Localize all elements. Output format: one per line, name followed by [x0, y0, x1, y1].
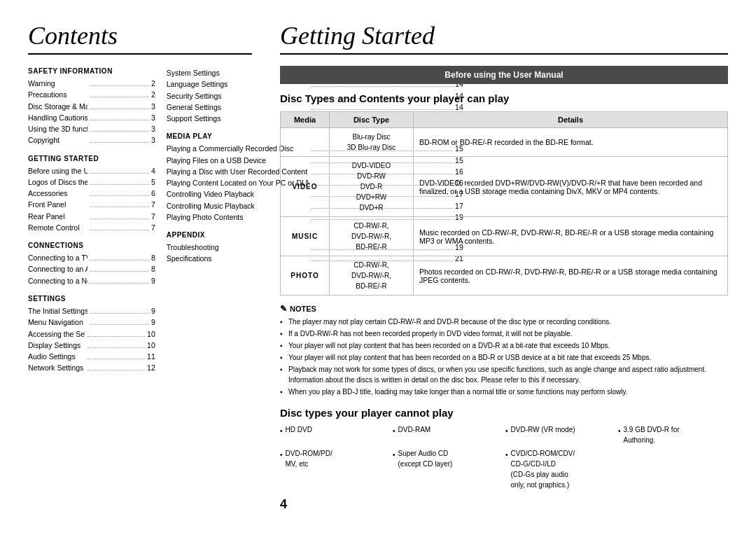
toc-item-label: Precautions: [28, 89, 88, 100]
toc-page: 3: [151, 101, 155, 112]
toc-item-label: Handling Cautions: [28, 112, 88, 123]
toc-section-header: CONNECTIONS: [28, 242, 155, 249]
cannot-play-label: DVD-RW (VR mode): [511, 424, 575, 435]
note-item: If a DVD-RW/-R has not been recorded pro…: [280, 328, 728, 339]
cannot-play-label: DVD-RAM: [398, 424, 431, 435]
toc-section-header: SETTINGS: [28, 295, 155, 303]
cannot-play-grid: •HD DVD•DVD-RAM•DVD-RW (VR mode)•3.9 GB …: [280, 424, 728, 490]
toc-dots: [90, 131, 149, 132]
table-header-details: Details: [414, 112, 728, 128]
toc-page: 9: [151, 317, 155, 328]
note-item: When you play a BD-J title, loading may …: [280, 387, 728, 397]
toc-item: Audio Settings11: [28, 351, 155, 362]
table-cell-disc-type: DVD-VIDEO DVD-RW DVD-R DVD+RW DVD+R: [330, 157, 414, 217]
toc-item-label: Display Settings: [28, 340, 85, 351]
toc-page: 7: [151, 211, 155, 222]
note-item: Your player will not play content that h…: [280, 340, 728, 351]
toc-item: Logos of Discs the player can play5: [28, 176, 155, 188]
toc-page: 2: [151, 89, 155, 100]
table-cell-media: [281, 128, 330, 157]
toc-page: 8: [151, 263, 155, 274]
toc-dots: [90, 142, 149, 143]
note-item: Playback may not work for some types of …: [280, 364, 728, 385]
toc-item-label: Accessories: [28, 188, 88, 199]
toc-page: 7: [151, 199, 155, 210]
cannot-play-label: Super Audio CD (except CD layer): [398, 448, 453, 469]
toc-item: Disc Storage & Management3: [28, 101, 155, 112]
toc-dots: [90, 184, 149, 185]
toc-page: 5: [151, 176, 155, 188]
bullet-icon: •: [505, 450, 508, 460]
toc-item-label: Audio Settings: [28, 351, 85, 362]
cannot-play-item: •CVD/CD-ROM/CDV/ CD-G/CD-I/LD (CD-Gs pla…: [505, 448, 615, 490]
toc-item-label: Logos of Discs the player can play: [28, 176, 88, 188]
cannot-play-label: HD DVD: [286, 424, 312, 435]
toc-page: 3: [151, 134, 155, 146]
pencil-icon: ✎: [280, 304, 287, 314]
toc-section: CONNECTIONSConnecting to a TV8Connecting…: [28, 242, 155, 286]
contents-title: Contents: [28, 21, 252, 55]
table-cell-disc-type: CD-RW/-R, DVD-RW/-R, BD-RE/-R: [330, 256, 414, 296]
toc-item: Before using the User Manual4: [28, 165, 155, 176]
cannot-play-title: Disc types your player cannot play: [280, 407, 728, 419]
right-column: Getting Started Before using the User Ma…: [280, 21, 728, 512]
cannot-play-item: •Super Audio CD (except CD layer): [393, 448, 503, 490]
cannot-play-item: •HD DVD: [280, 424, 390, 445]
toc-item: Remote Control7: [28, 222, 155, 233]
getting-started-title: Getting Started: [280, 21, 728, 55]
cannot-play-item: •3.9 GB DVD-R for Authoring.: [618, 424, 728, 445]
toc-item: The Initial Settings Procedure9: [28, 305, 155, 317]
toc-item-label: Network Settings: [28, 362, 85, 373]
left-column: Contents SAFETY INFORMATIONWarning2Preca…: [28, 21, 252, 512]
cannot-play-label: DVD-ROM/PD/ MV, etc: [286, 448, 332, 469]
toc-page: 3: [151, 123, 155, 134]
bullet-icon: •: [393, 450, 396, 460]
toc-dots: [90, 283, 149, 284]
toc-dots: [90, 173, 149, 174]
toc-dots: [90, 218, 149, 219]
toc-page: 11: [147, 351, 155, 362]
toc-item: Menu Navigation9: [28, 317, 155, 328]
toc-dots: [88, 359, 145, 359]
disc-types-title: Disc Types and Contents your player can …: [280, 92, 728, 104]
table-cell-details: Music recorded on CD-RW/-R, DVD-RW/-R, B…: [414, 217, 728, 256]
table-row: Blu-ray Disc 3D Blu-ray DiscBD-ROM or BD…: [281, 128, 728, 157]
toc-item: Handling Cautions3: [28, 112, 155, 123]
page-number: 4: [280, 497, 728, 512]
toc-section: SAFETY INFORMATIONWarning2Precautions2Di…: [28, 67, 155, 146]
table-cell-media: MUSIC: [281, 217, 330, 256]
cannot-play-label: CVD/CD-ROM/CDV/ CD-G/CD-I/LD (CD-Gs play…: [511, 448, 575, 490]
toc-item-label: Menu Navigation: [28, 317, 88, 328]
toc-item: Connecting to a Network Router9: [28, 275, 155, 286]
toc-dots: [90, 271, 149, 272]
cannot-play-item: •DVD-RW (VR mode): [505, 424, 615, 445]
toc-item-label: The Initial Settings Procedure: [28, 305, 88, 317]
toc-page: 2: [151, 78, 155, 89]
toc-page: 3: [151, 112, 155, 123]
disc-types-table: Media Disc Type Details Blu-ray Disc 3D …: [280, 111, 728, 296]
toc-item-label: Connecting to a Network Router: [28, 275, 88, 286]
notes-section: ✎ NOTES The player may not play certain …: [280, 304, 728, 397]
toc-item: Connecting to a TV8: [28, 252, 155, 263]
toc-section: SETTINGSThe Initial Settings Procedure9M…: [28, 295, 155, 374]
toc-dots: [90, 120, 149, 120]
bullet-icon: •: [280, 426, 283, 436]
toc-item: Front Panel7: [28, 199, 155, 210]
toc-dots: [90, 207, 149, 207]
cannot-play-item: •DVD-ROM/PD/ MV, etc: [280, 448, 390, 490]
toc-section-header: GETTING STARTED: [28, 155, 155, 162]
bullet-icon: •: [393, 426, 396, 436]
toc-page: 6: [151, 188, 155, 199]
toc-page: 9: [151, 305, 155, 317]
toc-dots: [88, 347, 145, 348]
toc-item-label: Connecting to an Audio System: [28, 263, 88, 274]
notes-label: NOTES: [290, 305, 316, 313]
toc-dots: [90, 109, 149, 109]
table-row: VIDEODVD-VIDEO DVD-RW DVD-R DVD+RW DVD+R…: [281, 157, 728, 217]
toc-left: SAFETY INFORMATIONWarning2Precautions2Di…: [28, 67, 155, 382]
toc-dots: [90, 195, 149, 196]
toc-item: Display Settings10: [28, 340, 155, 351]
toc-page: 10: [147, 340, 155, 351]
toc-item: Network Settings12: [28, 362, 155, 373]
toc-item: Warning2: [28, 78, 155, 89]
